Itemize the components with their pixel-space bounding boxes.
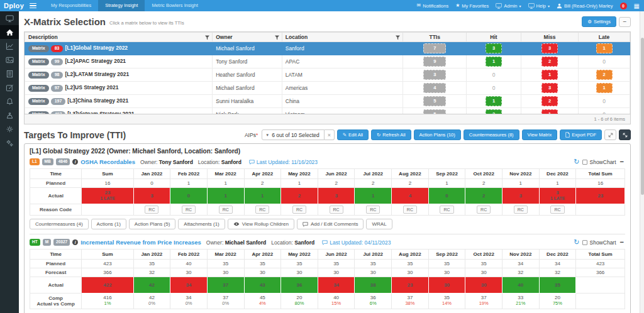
countermeasures-button[interactable]: Countermeasures (8): [464, 129, 519, 140]
column-header-miss[interactable]: Miss: [521, 33, 578, 42]
collapse-bowler-button[interactable]: −: [620, 239, 624, 246]
sidebar-item-line-chart[interactable]: [0, 39, 19, 53]
showchart-checkbox[interactable]: [582, 160, 587, 165]
bowler-row-actual: Actual422423437433634382330304035: [30, 277, 625, 294]
help-menu[interactable]: Help▾: [528, 3, 550, 9]
column-header-description[interactable]: Description: [25, 33, 213, 42]
bowler-table: TimeSumJan 2022Feb 2022Mar 2022Apr 2022M…: [30, 168, 625, 216]
action-plans-button[interactable]: Action Plans (5): [129, 219, 175, 229]
alert-count-badge[interactable]: 0: [620, 3, 627, 9]
scrollbar-thumb[interactable]: [641, 38, 644, 195]
xmatrix-row[interactable]: Matrix83[L1]Global Strategy 2022Michael …: [25, 42, 630, 55]
wral-button[interactable]: WRAL: [366, 219, 392, 229]
reason-code-button[interactable]: RC: [255, 206, 269, 214]
reason-code-button[interactable]: RC: [514, 206, 528, 214]
xmatrix-row[interactable]: Matrix99[L2]APAC Strategy 2021Tony Sanfo…: [25, 55, 630, 69]
aips-dropdown[interactable]: ▼6 out of 10 Selected: [262, 129, 325, 140]
actions-button[interactable]: Actions (1): [91, 219, 126, 229]
sidebar-item-alerts[interactable]: [0, 94, 19, 108]
xmatrix-row[interactable]: Matrix497[L3]Vietnam Strategy 2021Nick P…: [25, 108, 630, 114]
reason-code-button[interactable]: RC: [330, 206, 343, 214]
refresh-icon[interactable]: ↻: [574, 239, 579, 246]
owner-cell: Nick Park: [213, 108, 282, 114]
aips-clear-button[interactable]: ×: [325, 129, 335, 140]
column-header-hit[interactable]: Hit: [467, 33, 521, 42]
refresh-icon[interactable]: ↻: [574, 158, 579, 165]
apps-grid-icon[interactable]: ▦: [634, 3, 640, 9]
filter-funnel-icon[interactable]: [275, 35, 279, 41]
settings-button[interactable]: ⚙Settings: [582, 16, 616, 27]
reason-code-button[interactable]: RC: [550, 206, 564, 214]
filter-funnel-icon[interactable]: [205, 35, 209, 41]
reason-code-button[interactable]: RC: [477, 206, 491, 214]
attachments-button[interactable]: Attachments (1): [178, 219, 225, 229]
sidebar-item-edit[interactable]: [0, 80, 19, 94]
column-header-late[interactable]: Late: [579, 33, 630, 42]
reason-code-button[interactable]: RC: [440, 206, 453, 214]
collapse-xmatrix-button[interactable]: −: [619, 17, 631, 27]
data-cell: 2: [281, 188, 318, 204]
sidebar-item-settings[interactable]: [0, 122, 19, 136]
tab-strategy-insight[interactable]: Strategy Insight: [98, 0, 145, 11]
tti-name-link[interactable]: OSHA Recordables: [80, 158, 135, 165]
sidebar-item-presentation[interactable]: [0, 108, 19, 122]
sidebar-item-reports[interactable]: [0, 67, 19, 80]
export-pdf-button[interactable]: Export PDF: [560, 129, 602, 140]
view-rollup-children-button[interactable]: View Rollup Children: [228, 219, 294, 229]
reason-code-button[interactable]: RC: [145, 206, 158, 214]
collapse-all-button[interactable]: [619, 129, 631, 140]
sidebar-item-admin-tools[interactable]: [0, 136, 19, 150]
xmatrix-row[interactable]: Matrix98[L2]LATAM Strategy 2021Heather S…: [25, 69, 630, 82]
column-header-ttis[interactable]: TTIs: [403, 33, 467, 42]
data-cell: 30: [392, 268, 429, 277]
sidebar-item-image-chart[interactable]: [0, 53, 19, 67]
data-cell: 35: [244, 260, 281, 268]
reason-code-cell: [576, 204, 625, 216]
late-count-badge: 2: [596, 70, 613, 80]
column-header-owner[interactable]: Owner: [213, 33, 282, 42]
xmatrix-row[interactable]: Matrix97[L2]US Strategy 2021Michael Sanf…: [25, 82, 630, 95]
last-updated-link[interactable]: Last Updated: 11/16/2023: [249, 159, 318, 165]
xmatrix-body: Matrix83[L1]Global Strategy 2022Michael …: [25, 42, 630, 114]
admin-menu[interactable]: Admin▾: [496, 3, 521, 9]
favorites-link[interactable]: ★My Favorites: [455, 3, 489, 9]
reason-code-button[interactable]: RC: [403, 206, 417, 214]
late-count-value: 0: [602, 111, 606, 114]
collapse-bowler-button[interactable]: −: [620, 158, 624, 165]
add-edit-comments-button[interactable]: Add / Edit Comments: [297, 219, 364, 229]
envelope-icon: ✉: [417, 3, 421, 8]
edit-all-button[interactable]: ✎Edit All: [337, 129, 369, 140]
bowler-row-planned: Planned423354035353535353535353434423: [30, 260, 625, 268]
tab-metric-bowlers-insight[interactable]: Metric Bowlers Insight: [145, 0, 204, 11]
menu-hamburger-icon[interactable]: [30, 3, 36, 9]
column-header-location[interactable]: Location: [282, 33, 402, 42]
sidebar: [0, 11, 19, 313]
xmatrix-row[interactable]: Matrix197[L3]China Strategy 2021Sunni Ha…: [25, 95, 630, 108]
user-menu[interactable]: Bill (Read-Only) Marley: [557, 3, 613, 9]
app-logo[interactable]: Dploy: [0, 2, 30, 9]
filter-funnel-icon[interactable]: [396, 35, 400, 41]
data-cell: 30: [281, 268, 318, 277]
sidebar-item-home[interactable]: [0, 25, 19, 39]
expand-all-button[interactable]: [604, 129, 616, 140]
sidebar-item-boards[interactable]: [0, 11, 19, 25]
view-matrix-button[interactable]: View Matrix: [522, 129, 558, 140]
info-icon[interactable]: i: [72, 239, 78, 245]
person-icon: [557, 3, 562, 9]
reason-code-button[interactable]: RC: [292, 206, 306, 214]
reason-code-button[interactable]: RC: [182, 206, 196, 214]
reason-code-button[interactable]: RC: [219, 206, 233, 214]
tti-name-link[interactable]: Incremental Revenue from Price Increases: [80, 239, 201, 246]
info-icon[interactable]: i: [72, 159, 78, 165]
reason-code-button[interactable]: RC: [366, 206, 380, 214]
image-icon: [6, 56, 14, 64]
last-updated-link[interactable]: Last Updated: 04/11/2023: [322, 239, 391, 246]
action-plans-button[interactable]: Action Plans (10): [414, 129, 461, 140]
showchart-checkbox[interactable]: [582, 240, 587, 245]
refresh-all-button[interactable]: ↻Refresh All: [371, 129, 411, 140]
matrix-name: [L2]LATAM Strategy 2021: [65, 71, 129, 77]
countermeasures-button[interactable]: Countermeasures (4): [30, 219, 89, 229]
notifications-link[interactable]: ✉Notifications: [417, 3, 449, 9]
tab-my-responsibilities[interactable]: My Responsibilities: [44, 0, 98, 11]
edit-icon: [6, 84, 14, 92]
